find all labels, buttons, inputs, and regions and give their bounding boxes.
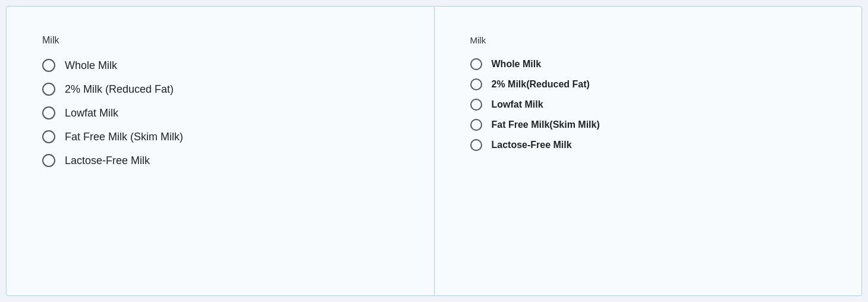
radio-label-left-whole-milk: Whole Milk (65, 59, 117, 72)
radio-label-left-fat-free-milk: Fat Free Milk (Skim Milk) (65, 131, 183, 143)
radio-label-right-lowfat-milk: Lowfat Milk (492, 99, 543, 110)
main-container: Milk Whole Milk2% Milk (Reduced Fat)Lowf… (6, 6, 862, 296)
radio-label-right-fat-free-milk: Fat Free Milk(Skim Milk) (492, 119, 600, 130)
radio-circle-right-lowfat-milk (470, 99, 482, 111)
radio-item-left-2pct-milk[interactable]: 2% Milk (Reduced Fat) (42, 83, 398, 96)
radio-item-right-whole-milk[interactable]: Whole Milk (470, 58, 826, 70)
radio-circle-left-lactose-free-milk (42, 154, 55, 167)
right-radio-list: Whole Milk2% Milk(Reduced Fat)Lowfat Mil… (470, 58, 826, 151)
radio-circle-right-whole-milk (470, 58, 482, 70)
radio-label-right-whole-milk: Whole Milk (492, 59, 542, 70)
right-panel: Milk Whole Milk2% Milk(Reduced Fat)Lowfa… (435, 7, 862, 295)
radio-label-left-2pct-milk: 2% Milk (Reduced Fat) (65, 83, 174, 96)
right-group-label: Milk (470, 35, 826, 45)
radio-circle-right-2pct-milk (470, 78, 482, 90)
radio-item-right-fat-free-milk[interactable]: Fat Free Milk(Skim Milk) (470, 119, 826, 131)
radio-circle-right-lactose-free-milk (470, 139, 482, 151)
left-panel: Milk Whole Milk2% Milk (Reduced Fat)Lowf… (7, 7, 435, 295)
radio-label-right-lactose-free-milk: Lactose-Free Milk (492, 140, 572, 150)
radio-item-right-2pct-milk[interactable]: 2% Milk(Reduced Fat) (470, 78, 826, 90)
radio-item-left-fat-free-milk[interactable]: Fat Free Milk (Skim Milk) (42, 130, 398, 143)
left-group-label: Milk (42, 35, 398, 46)
radio-item-left-lowfat-milk[interactable]: Lowfat Milk (42, 106, 398, 119)
radio-item-left-lactose-free-milk[interactable]: Lactose-Free Milk (42, 154, 398, 167)
radio-circle-right-fat-free-milk (470, 119, 482, 131)
radio-circle-left-lowfat-milk (42, 106, 55, 119)
radio-label-left-lactose-free-milk: Lactose-Free Milk (65, 155, 150, 167)
left-radio-list: Whole Milk2% Milk (Reduced Fat)Lowfat Mi… (42, 59, 398, 167)
radio-circle-left-fat-free-milk (42, 130, 55, 143)
radio-label-left-lowfat-milk: Lowfat Milk (65, 107, 118, 119)
radio-label-right-2pct-milk: 2% Milk(Reduced Fat) (492, 79, 590, 90)
radio-circle-left-2pct-milk (42, 83, 55, 96)
radio-item-right-lowfat-milk[interactable]: Lowfat Milk (470, 99, 826, 111)
radio-circle-left-whole-milk (42, 59, 55, 72)
radio-item-left-whole-milk[interactable]: Whole Milk (42, 59, 398, 72)
radio-item-right-lactose-free-milk[interactable]: Lactose-Free Milk (470, 139, 826, 151)
